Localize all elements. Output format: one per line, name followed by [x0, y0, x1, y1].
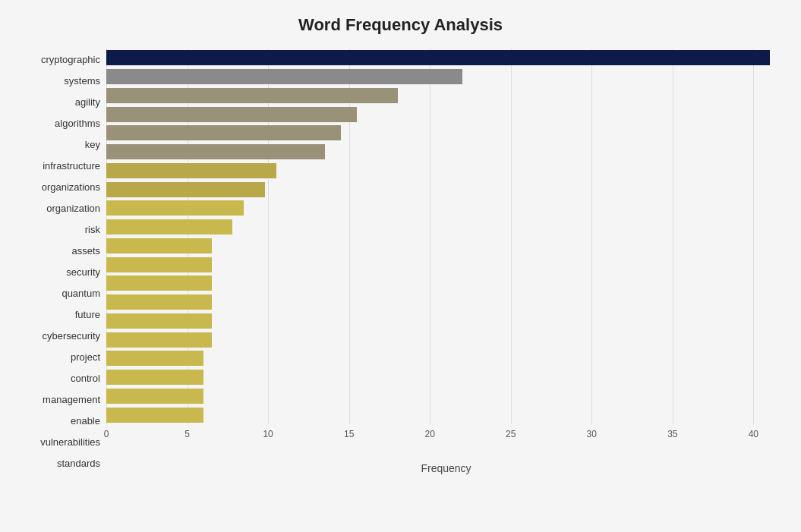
bar-row — [106, 163, 786, 178]
bar-row — [106, 238, 786, 253]
bar-row — [106, 370, 786, 385]
bar-row — [106, 332, 786, 348]
chart-title: Word Frequency Analysis — [15, 15, 786, 35]
bar — [106, 294, 212, 310]
bar — [106, 200, 244, 216]
y-axis: cryptographicsystemsagilityalgorithmskey… — [15, 49, 106, 474]
bar — [106, 107, 357, 122]
y-label: agility — [75, 97, 100, 107]
bars-and-grid: 0510152025303540 Frequency — [106, 49, 786, 474]
bar-row — [106, 182, 786, 197]
chart-area: cryptographicsystemsagilityalgorithmskey… — [15, 49, 786, 474]
y-label: security — [66, 267, 100, 277]
bar-row — [106, 107, 786, 122]
x-tick: 5 — [184, 429, 190, 439]
y-label: project — [71, 352, 100, 362]
x-tick: 35 — [667, 429, 677, 439]
bar — [106, 125, 341, 140]
bar — [106, 370, 203, 385]
y-label: key — [85, 140, 100, 150]
x-tick: 15 — [344, 429, 354, 439]
bar-row — [106, 219, 786, 235]
y-label: systems — [64, 76, 100, 86]
bar — [106, 257, 212, 272]
bar-row — [106, 408, 786, 423]
bar — [106, 219, 232, 235]
y-label: enable — [71, 416, 100, 426]
bar-row — [106, 50, 786, 65]
x-tick: 0 — [104, 429, 109, 439]
y-label: management — [43, 395, 100, 405]
grid-and-bars — [106, 49, 786, 424]
bar-row — [106, 351, 786, 366]
bar — [106, 275, 212, 291]
bar-row — [106, 69, 786, 84]
bar-row — [106, 275, 786, 291]
x-axis-labels: 0510152025303540 — [106, 429, 786, 444]
bar — [106, 50, 770, 65]
bar — [106, 144, 325, 159]
y-label: risk — [85, 225, 100, 235]
y-label: cryptographic — [41, 55, 100, 65]
x-tick: 20 — [425, 429, 435, 439]
bar — [106, 408, 203, 423]
chart-container: Word Frequency Analysis cryptographicsys… — [0, 0, 801, 532]
bar-row — [106, 88, 786, 103]
y-label: cybersecurity — [42, 331, 100, 341]
bar — [106, 351, 203, 366]
bar — [106, 313, 212, 329]
bar-row — [106, 144, 786, 159]
bar-row — [106, 313, 786, 329]
bar — [106, 88, 398, 103]
y-label: standards — [57, 458, 100, 468]
bar-row — [106, 257, 786, 272]
bar-row — [106, 125, 786, 140]
y-label: assets — [71, 246, 100, 256]
bars-wrapper — [106, 49, 786, 424]
bar-row — [106, 389, 786, 404]
x-tick: 10 — [263, 429, 273, 439]
bar — [106, 163, 276, 178]
y-label: quantum — [61, 288, 100, 298]
y-label: organization — [46, 203, 100, 213]
x-tick: 40 — [749, 429, 758, 439]
y-label: vulnerabilities — [40, 437, 100, 447]
bar — [106, 182, 265, 197]
y-label: future — [75, 310, 100, 320]
y-label: algorithms — [55, 118, 100, 128]
bar — [106, 332, 212, 348]
y-label: control — [71, 373, 100, 383]
bar-row — [106, 294, 786, 310]
x-tick: 30 — [587, 429, 597, 439]
y-label: infrastructure — [43, 161, 100, 171]
bar-row — [106, 200, 786, 216]
bar — [106, 389, 203, 404]
x-axis-title: Frequency — [106, 462, 786, 474]
bar — [106, 238, 212, 253]
y-label: organizations — [42, 182, 100, 192]
bar — [106, 69, 462, 84]
x-tick: 25 — [506, 429, 516, 439]
